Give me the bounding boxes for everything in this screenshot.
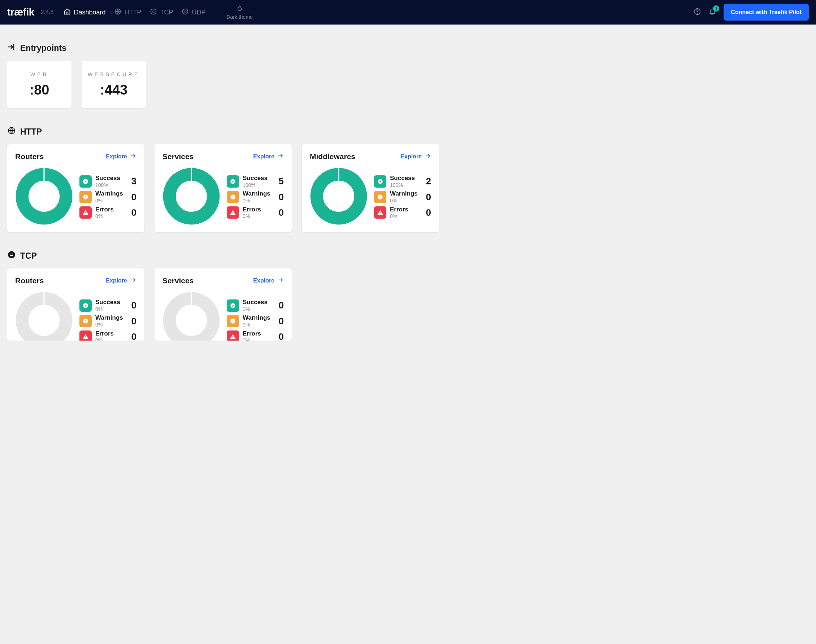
swap-icon [7, 250, 16, 261]
donut-chart [15, 291, 73, 340]
legend-label: Warnings [243, 190, 271, 197]
brand-logo: træfik [7, 6, 34, 18]
legend-row-error: Errors 0% 0 [80, 330, 137, 340]
card-title: Services [163, 152, 194, 161]
card-title: Routers [15, 276, 44, 285]
legend-count: 0 [127, 300, 137, 311]
legend-count: 0 [274, 207, 284, 218]
arrow-right-icon [277, 153, 284, 161]
svg-rect-44 [232, 322, 233, 322]
legend-percent: 100% [243, 182, 271, 188]
stat-card: Routers Explore Success 100% 3 Warnings … [7, 144, 144, 232]
section-header: HTTP [7, 126, 809, 137]
globe-icon [114, 8, 121, 17]
legend-count: 0 [274, 192, 284, 203]
error-icon [227, 330, 239, 340]
topbar-actions: 1 Connect with Traefik Pilot [693, 4, 809, 21]
warning-icon [80, 315, 92, 327]
error-icon [374, 206, 386, 219]
legend-percent: 0% [243, 322, 271, 328]
connect-pilot-button[interactable]: Connect with Traefik Pilot [724, 4, 809, 21]
explore-link[interactable]: Explore [106, 153, 137, 161]
topbar: træfik 2.4.8 Dashboard HTTP TCP UDP [0, 0, 816, 25]
theme-label: Dark theme [226, 14, 252, 20]
nav-tcp[interactable]: TCP [150, 8, 173, 17]
explore-link[interactable]: Explore [106, 277, 137, 285]
success-icon [80, 299, 92, 312]
entrypoint-card[interactable]: WEBSECURE :443 [81, 61, 146, 108]
explore-label: Explore [106, 153, 127, 160]
legend-count: 0 [422, 192, 431, 203]
legend-row-error: Errors 0% 0 [374, 206, 431, 219]
notifications-button[interactable]: 1 [708, 8, 716, 17]
svg-point-1 [151, 9, 156, 14]
legend-percent: 0% [243, 213, 271, 219]
explore-link[interactable]: Explore [253, 153, 284, 161]
explore-label: Explore [400, 153, 422, 160]
legend-percent: 100% [95, 182, 123, 188]
legend-row-error: Errors 0% 0 [80, 206, 137, 219]
http-section: HTTP Routers Explore Success 100% 3 Warn… [7, 115, 809, 232]
success-icon [80, 175, 92, 188]
legend-label: Errors [390, 206, 418, 213]
legend-label: Errors [243, 330, 271, 337]
svg-rect-38 [85, 338, 86, 339]
help-icon [693, 11, 701, 17]
legend-label: Success [243, 299, 271, 306]
droplet-icon [236, 5, 243, 13]
legend-label: Warnings [390, 190, 418, 197]
svg-rect-10 [85, 196, 86, 197]
svg-point-4 [697, 13, 698, 13]
legend-row-warning: Warnings 0% 0 [80, 190, 137, 204]
explore-label: Explore [253, 153, 274, 160]
svg-rect-37 [85, 336, 86, 337]
stat-card: Routers Explore Success 0% 0 Warnings 0%… [7, 268, 144, 340]
svg-rect-11 [85, 198, 86, 198]
donut-chart [163, 167, 220, 227]
entrypoint-card[interactable]: WEB :80 [7, 61, 72, 108]
legend-row-success: Success 100% 2 [374, 175, 431, 188]
stat-card: Middlewares Explore Success 100% 2 Warni… [302, 144, 439, 232]
explore-link[interactable]: Explore [253, 277, 284, 285]
success-icon [227, 299, 239, 312]
svg-rect-20 [232, 212, 233, 213]
arrow-right-icon [130, 277, 137, 285]
legend-percent: 100% [390, 182, 418, 188]
nav-dashboard[interactable]: Dashboard [63, 8, 105, 17]
main-content: Entrypoints WEB :80 WEBSECURE :443 HTTP … [0, 25, 816, 355]
theme-toggle[interactable]: Dark theme [226, 5, 252, 20]
nav-label: HTTP [124, 9, 141, 16]
version-label: 2.4.8 [41, 9, 54, 15]
explore-label: Explore [253, 278, 274, 284]
legend-percent: 0% [95, 306, 123, 313]
warning-icon [227, 315, 239, 327]
legend-row-error: Errors 0% 0 [227, 330, 284, 340]
nav-http[interactable]: HTTP [114, 8, 141, 17]
svg-rect-28 [380, 212, 381, 213]
svg-rect-29 [380, 213, 381, 214]
legend-row-warning: Warnings 0% 0 [227, 190, 284, 204]
legend-count: 3 [127, 176, 137, 187]
explore-link[interactable]: Explore [400, 153, 431, 161]
help-button[interactable] [693, 8, 701, 17]
legend: Success 0% 0 Warnings 0% 0 Errors 0% 0 [227, 299, 284, 340]
section-title: HTTP [20, 127, 42, 137]
legend-label: Warnings [95, 314, 123, 322]
arrow-right-icon [130, 153, 137, 161]
legend-percent: 0% [95, 198, 123, 204]
legend-count: 0 [127, 316, 137, 327]
section-header: TCP [7, 250, 809, 261]
entrypoint-name: WEBSECURE [88, 71, 140, 77]
legend-count: 0 [274, 331, 284, 340]
legend-percent: 0% [95, 213, 123, 219]
card-title: Middlewares [310, 152, 355, 161]
legend-label: Errors [243, 206, 271, 213]
legend-label: Warnings [243, 314, 271, 322]
swap-icon [181, 8, 189, 17]
legend-percent: 0% [390, 198, 418, 204]
donut-chart [163, 291, 220, 340]
arrow-right-icon [277, 277, 284, 285]
nav-udp[interactable]: UDP [181, 8, 206, 17]
notification-badge: 1 [713, 5, 719, 12]
stat-card: Services Explore Success 100% 5 Warnings… [155, 144, 292, 232]
